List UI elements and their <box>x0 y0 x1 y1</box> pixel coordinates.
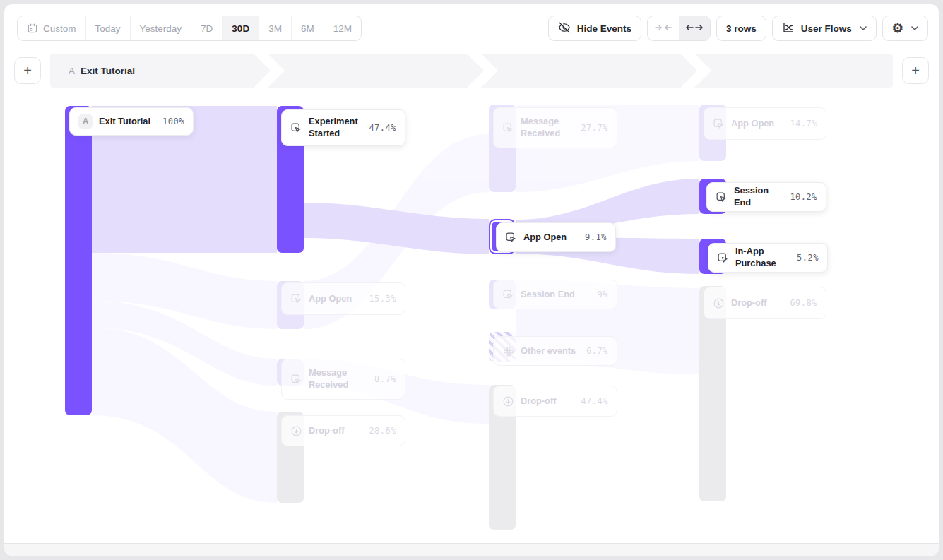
node-percentage: 15.3% <box>369 294 396 304</box>
node-percentage: 47.4% <box>369 123 396 133</box>
footer-bar <box>4 543 939 556</box>
node-percentage: 10.2% <box>790 192 817 202</box>
user-flows-icon <box>782 21 795 36</box>
event-icon <box>290 293 302 305</box>
date-range-30d[interactable]: 30D <box>222 16 259 40</box>
add-step-left-button[interactable]: + <box>14 57 41 84</box>
date-range-label: Today <box>95 23 121 34</box>
node-card-drop-off-2[interactable]: Drop-off28.6% <box>281 415 405 446</box>
grid-icon <box>502 345 514 357</box>
rows-label: 3 rows <box>726 23 757 34</box>
step-badge: A <box>69 66 75 76</box>
date-range-label: 30D <box>232 23 249 34</box>
settings-dropdown[interactable]: ⚙ <box>882 16 928 41</box>
node-percentage: 47.4% <box>581 396 608 406</box>
rows-button[interactable]: 3 rows <box>716 16 766 41</box>
event-icon <box>502 122 514 134</box>
date-range-12m[interactable]: 12M <box>324 16 361 40</box>
drop-off-icon <box>290 425 302 437</box>
node-label: Session End <box>521 289 591 301</box>
eye-off-icon <box>558 21 571 36</box>
step-badge: A <box>78 114 93 129</box>
node-label: App Open <box>731 118 783 130</box>
node-percentage: 27.7% <box>581 123 608 133</box>
event-icon <box>290 374 302 386</box>
date-range-7d[interactable]: 7D <box>191 16 222 40</box>
event-icon <box>716 191 728 203</box>
node-percentage: 14.7% <box>790 119 817 129</box>
node-card-session-end-4[interactable]: Session End10.2% <box>706 182 826 212</box>
sankey-canvas: AExit Tutorial100%Experiment Started47.4… <box>4 92 939 543</box>
node-percentage: 28.6% <box>369 426 396 436</box>
collapse-expand-control <box>647 16 711 41</box>
date-range-label: 3M <box>268 23 282 34</box>
toolbar-right-group: Hide Events <box>548 16 928 41</box>
date-range-control: CustomTodayYesterday7D30D3M6M12M <box>17 16 362 41</box>
node-percentage: 8.7% <box>374 374 396 384</box>
node-card-app-open-2[interactable]: App Open15.3% <box>281 282 405 315</box>
node-percentage: 69.8% <box>790 298 817 308</box>
event-icon <box>713 118 725 130</box>
drop-off-icon <box>502 395 514 407</box>
date-range-today[interactable]: Today <box>85 16 130 40</box>
node-label: Other events <box>521 345 580 357</box>
date-range-label: Custom <box>43 23 76 34</box>
node-label: Session End <box>734 185 783 208</box>
date-range-custom[interactable]: Custom <box>18 16 85 40</box>
view-type-dropdown[interactable]: User Flows <box>772 16 877 41</box>
chevron-down-icon <box>860 26 867 30</box>
flow-steps-header: + A Exit Tutorial + <box>4 54 939 88</box>
date-range-yesterday[interactable]: Yesterday <box>130 16 191 40</box>
gear-icon: ⚙ <box>892 22 903 35</box>
expand-columns-button[interactable] <box>679 16 710 40</box>
date-range-6m[interactable]: 6M <box>291 16 324 40</box>
node-label: Drop-off <box>309 425 362 437</box>
node-label: Message Received <box>309 367 368 391</box>
add-step-right-button[interactable]: + <box>902 57 929 84</box>
node-label: Drop-off <box>521 395 574 407</box>
node-label: Drop-off <box>731 297 783 309</box>
node-card-app-open-3[interactable]: App Open9.1% <box>496 222 616 252</box>
node-percentage: 100% <box>162 117 184 126</box>
steps-bar[interactable]: A Exit Tutorial <box>50 54 893 88</box>
node-card-drop-off-3[interactable]: Drop-off47.4% <box>493 386 617 417</box>
node-percentage: 6.7% <box>586 346 608 356</box>
node-percentage: 9.1% <box>585 232 607 242</box>
date-range-3m[interactable]: 3M <box>259 16 291 40</box>
drop-off-icon <box>713 297 725 309</box>
node-label: Exit Tutorial <box>99 116 156 128</box>
node-label: In-App Purchase <box>735 246 790 269</box>
event-icon <box>502 289 514 301</box>
date-range-label: 12M <box>333 23 352 34</box>
node-label: Message Received <box>521 116 574 139</box>
node-label: App Open <box>309 293 362 305</box>
event-icon <box>290 122 302 134</box>
node-card-other-events-3[interactable]: Other events6.7% <box>493 336 617 366</box>
node-card-drop-off-4[interactable]: Drop-off69.8% <box>704 287 826 319</box>
node-card-experiment-started[interactable]: Experiment Started47.4% <box>281 109 405 146</box>
node-percentage: 5.2% <box>797 253 819 263</box>
node-card-session-end-3[interactable]: Session End9% <box>493 280 617 309</box>
step-a-label: A Exit Tutorial <box>69 54 135 88</box>
node-percentage: 9% <box>598 290 608 299</box>
collapse-columns-button[interactable] <box>648 16 679 40</box>
calendar-icon <box>27 23 38 34</box>
node-label: App Open <box>523 232 579 244</box>
node-label: Experiment Started <box>309 116 362 139</box>
node-card-in-app-purchase-4[interactable]: In-App Purchase5.2% <box>708 243 828 273</box>
step-name: Exit Tutorial <box>81 66 135 76</box>
node-card-message-received-3[interactable]: Message Received27.7% <box>493 107 617 148</box>
node-bar-exit-tutorial[interactable] <box>65 106 92 415</box>
event-icon <box>505 232 517 244</box>
date-range-label: 7D <box>201 23 213 34</box>
user-flows-panel: CustomTodayYesterday7D30D3M6M12M Hide Ev… <box>4 4 939 556</box>
hide-events-button[interactable]: Hide Events <box>548 16 641 41</box>
arrows-inward-icon <box>655 22 672 35</box>
node-card-message-received-2[interactable]: Message Received8.7% <box>281 359 405 400</box>
hide-events-label: Hide Events <box>577 23 631 34</box>
toolbar: CustomTodayYesterday7D30D3M6M12M Hide Ev… <box>4 4 939 41</box>
chevron-down-icon <box>911 26 918 30</box>
node-card-app-open-4[interactable]: App Open14.7% <box>704 107 826 140</box>
arrows-outward-icon <box>686 22 703 35</box>
node-card-exit-tutorial[interactable]: AExit Tutorial100% <box>69 107 194 136</box>
